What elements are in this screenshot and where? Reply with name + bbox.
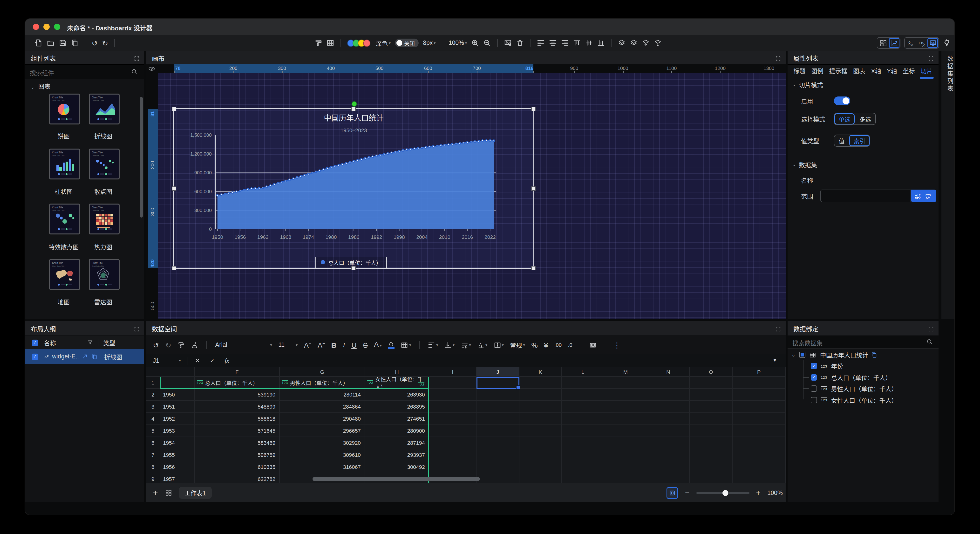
font-select[interactable]: Arial▾ bbox=[215, 341, 272, 348]
field-checkbox[interactable]: ✓ bbox=[811, 374, 817, 380]
select-all-checkbox[interactable]: ✓ bbox=[32, 340, 38, 346]
sheet-cell[interactable] bbox=[477, 425, 519, 437]
sheet-cell[interactable] bbox=[429, 425, 477, 437]
locate-widget-icon[interactable] bbox=[82, 354, 88, 359]
sheet-cell[interactable] bbox=[647, 401, 690, 413]
selection-handle[interactable] bbox=[352, 107, 356, 111]
row-number[interactable]: 7 bbox=[146, 449, 160, 461]
tab-切片[interactable]: 切片 bbox=[921, 66, 933, 77]
field-node-1[interactable]: ✓123年份 bbox=[788, 360, 939, 371]
dataset-search-input[interactable]: 搜索数据集 bbox=[792, 338, 822, 347]
sheet-cell[interactable]: 309610 bbox=[280, 449, 365, 461]
clear-format-icon[interactable] bbox=[191, 341, 198, 349]
add-sheet-button[interactable]: + bbox=[153, 488, 158, 497]
expand-panel-icon[interactable] bbox=[134, 54, 139, 63]
horizontal-ruler[interactable]: 7820030040050060070081690010001100120013… bbox=[158, 64, 786, 73]
align-horizontal-icon[interactable]: ▾ bbox=[428, 341, 438, 349]
sheet-cell[interactable] bbox=[429, 389, 477, 401]
sheet-cell[interactable] bbox=[733, 377, 786, 389]
selection-handle[interactable] bbox=[172, 107, 176, 111]
sheet-cell[interactable] bbox=[647, 425, 690, 437]
sheet-redo-icon[interactable]: ↻ bbox=[165, 341, 171, 349]
fx-icon[interactable]: fx bbox=[225, 357, 229, 364]
sheet-grid[interactable]: FGHIJKLMNOP1123总人口（单位：千人）123男性人口（单位：千人）1… bbox=[146, 367, 786, 483]
column-header-H[interactable]: H bbox=[365, 367, 429, 377]
component-effscatter[interactable]: Chart TitleChart Sub—Title bbox=[49, 204, 80, 234]
column-header-P[interactable]: P bbox=[733, 367, 786, 377]
sheet-cell[interactable] bbox=[647, 449, 690, 461]
decimal-decrease-icon[interactable]: .0 bbox=[568, 342, 572, 347]
sheet-cell[interactable] bbox=[519, 473, 562, 483]
dataset-section-row[interactable]: ⌄ 数据集 bbox=[788, 159, 939, 170]
tab-提示框[interactable]: 提示框 bbox=[829, 66, 847, 77]
sheet-cell[interactable] bbox=[690, 473, 733, 483]
chevron-down-icon[interactable]: ▾ bbox=[179, 359, 181, 363]
sheet-cell[interactable]: 1955 bbox=[160, 449, 195, 461]
sheet-cell[interactable] bbox=[690, 449, 733, 461]
expand-panel-icon[interactable] bbox=[928, 54, 934, 63]
sheet-cell[interactable] bbox=[477, 449, 519, 461]
zoom-in-icon[interactable] bbox=[471, 39, 479, 47]
mode-option-多选[interactable]: 多选 bbox=[854, 113, 875, 124]
row-number[interactable]: 2 bbox=[146, 389, 160, 401]
mode-option-单选[interactable]: 单选 bbox=[834, 113, 854, 124]
sheet-cell[interactable]: 583469 bbox=[195, 437, 280, 449]
align-vertical-icon[interactable]: ▾ bbox=[444, 341, 455, 349]
dataset-checkbox[interactable] bbox=[799, 352, 806, 358]
group-charts[interactable]: ⌄图表 bbox=[31, 81, 50, 91]
sheet-cell[interactable]: 296657 bbox=[280, 425, 365, 437]
sheet-cell[interactable] bbox=[604, 461, 647, 473]
more-options-icon[interactable]: ⋮ bbox=[614, 341, 621, 349]
tab-标题[interactable]: 标题 bbox=[793, 66, 805, 77]
sheet-cell[interactable] bbox=[429, 377, 477, 389]
sheet-undo-icon[interactable]: ↺ bbox=[153, 341, 159, 349]
tab-坐标[interactable]: 坐标 bbox=[903, 66, 915, 77]
bind-button[interactable]: 绑 定 bbox=[911, 190, 936, 202]
sheet-cell[interactable] bbox=[562, 413, 604, 425]
sheet-cell[interactable]: 1954 bbox=[160, 437, 195, 449]
undo-icon[interactable]: ↺ bbox=[92, 39, 98, 46]
sheet-cell[interactable]: 123男性人口（单位：千人） bbox=[280, 377, 365, 389]
expand-panel-icon[interactable] bbox=[134, 325, 139, 334]
layer-up-icon[interactable] bbox=[642, 39, 650, 47]
enable-toggle[interactable] bbox=[834, 96, 850, 105]
sheet-cell[interactable] bbox=[477, 437, 519, 449]
dataset-list-strip[interactable]: 数据集列表 bbox=[942, 51, 955, 319]
column-header-N[interactable]: N bbox=[647, 367, 690, 377]
sheet-cell[interactable] bbox=[429, 437, 477, 449]
sheet-cell[interactable]: 293937 bbox=[365, 449, 429, 461]
maximize-window-button[interactable] bbox=[54, 24, 60, 30]
sheet-cell[interactable] bbox=[519, 449, 562, 461]
collapse-icon[interactable]: ⌄ bbox=[791, 352, 795, 357]
field-checkbox[interactable] bbox=[811, 386, 817, 392]
field-node-4[interactable]: 123女性人口（单位：千人） bbox=[788, 394, 939, 405]
text-wrap-icon[interactable]: ▾ bbox=[461, 341, 471, 349]
sheet-cell[interactable] bbox=[429, 401, 477, 413]
sheet-cell[interactable] bbox=[690, 377, 733, 389]
underline-icon[interactable]: U bbox=[352, 341, 356, 349]
cell-reference[interactable]: J1 bbox=[153, 357, 178, 364]
column-header-blank[interactable] bbox=[160, 367, 195, 377]
component-map[interactable]: Chart TitleChart Sub—Title bbox=[49, 259, 80, 290]
expand-panel-icon[interactable] bbox=[775, 54, 781, 63]
sheet-cell[interactable] bbox=[160, 377, 195, 389]
component-heatmap[interactable]: Chart TitleChart Sub—Title bbox=[89, 204, 119, 234]
selection-handle[interactable] bbox=[531, 107, 536, 111]
open-file-icon[interactable] bbox=[47, 39, 54, 47]
sheet-cell[interactable] bbox=[562, 449, 604, 461]
align-middle-icon[interactable] bbox=[585, 39, 593, 47]
rotate-handle[interactable] bbox=[352, 101, 356, 107]
fill-handle[interactable] bbox=[516, 386, 520, 390]
export-image-icon[interactable] bbox=[504, 39, 512, 47]
sheet-cell[interactable] bbox=[477, 401, 519, 413]
row-number[interactable]: 9 bbox=[146, 473, 160, 483]
sheet-cell[interactable] bbox=[519, 413, 562, 425]
sheet-cell[interactable]: 610335 bbox=[195, 461, 280, 473]
field-node-2[interactable]: ✓123总人口（单位：千人） bbox=[788, 372, 939, 383]
format-paint-icon[interactable] bbox=[178, 341, 185, 349]
sheet-cell[interactable] bbox=[604, 401, 647, 413]
sheet-cell[interactable] bbox=[562, 473, 604, 483]
align-bottom-icon[interactable] bbox=[597, 39, 605, 47]
sheet-cell[interactable] bbox=[519, 461, 562, 473]
copy-widget-icon[interactable] bbox=[92, 354, 97, 359]
